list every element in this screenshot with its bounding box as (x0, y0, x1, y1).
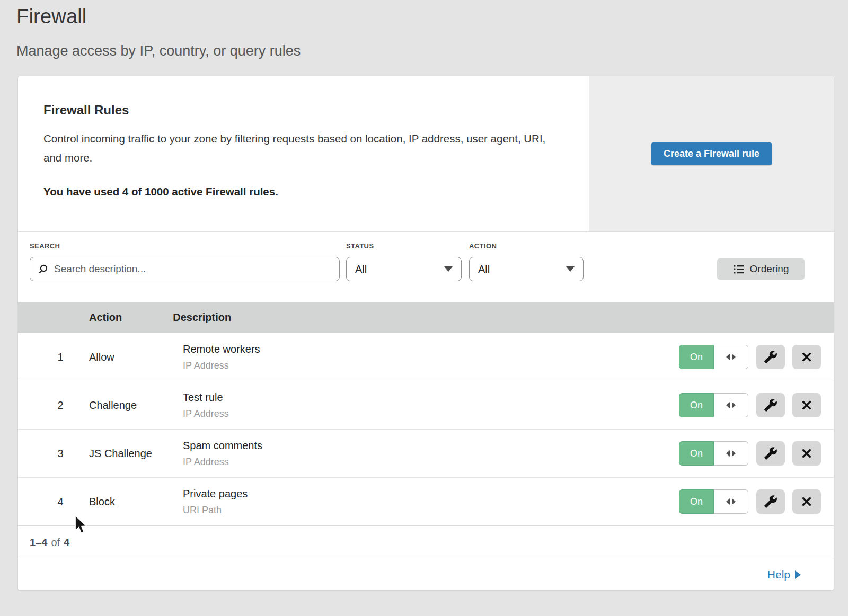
rule-action: Challenge (89, 399, 183, 412)
delete-rule-button[interactable] (792, 489, 821, 514)
arrow-right-icon (732, 402, 736, 408)
delete-rule-button[interactable] (792, 441, 821, 466)
page-title: Firewall (16, 5, 848, 28)
rule-action: Allow (89, 351, 183, 363)
table-row: 2 Challenge Test rule IP Address On (18, 381, 834, 429)
status-label: STATUS (346, 242, 374, 250)
pagination-of: of (51, 537, 60, 549)
table-row: 3 JS Challenge Spam comments IP Address … (18, 429, 834, 477)
usage-note: You have used 4 of 1000 active Firewall … (43, 185, 557, 198)
arrow-left-icon (726, 450, 730, 457)
edit-rule-button[interactable] (756, 489, 785, 514)
create-rule-panel: Create a Firewall rule (589, 76, 834, 231)
pagination-total: 4 (64, 537, 69, 549)
arrow-left-icon (726, 354, 730, 360)
help-row: Help (18, 559, 834, 590)
action-label: ACTION (469, 242, 497, 250)
rule-controls: On (679, 441, 821, 466)
search-label: SEARCH (30, 242, 60, 250)
chevron-down-icon (566, 266, 575, 272)
ordered-list-icon (733, 264, 745, 274)
search-box[interactable] (30, 257, 340, 281)
table-row: 1 Allow Remote workers IP Address On (18, 333, 834, 381)
toggle-handle (714, 393, 748, 417)
wrench-icon (764, 350, 778, 364)
arrow-left-icon (726, 498, 730, 505)
card-top-section: Firewall Rules Control incoming traffic … (18, 76, 834, 232)
delete-rule-button[interactable] (792, 393, 821, 417)
close-icon (800, 351, 813, 363)
rule-action: JS Challenge (89, 448, 183, 460)
ordering-button[interactable]: Ordering (717, 258, 805, 280)
help-link[interactable]: Help (767, 568, 801, 581)
wrench-icon (764, 398, 778, 412)
rule-controls: On (679, 489, 821, 514)
section-heading: Firewall Rules (43, 103, 557, 118)
rule-priority: 1 (32, 351, 89, 363)
firewall-rules-card: Firewall Rules Control incoming traffic … (17, 76, 834, 591)
table-header: Action Description (18, 302, 834, 333)
toggle-handle (714, 345, 748, 369)
rule-controls: On (679, 345, 821, 369)
rule-priority: 4 (32, 496, 89, 508)
search-input[interactable] (54, 263, 332, 275)
rule-action: Block (89, 496, 183, 508)
rule-enabled-toggle[interactable]: On (679, 441, 748, 466)
filters-bar: SEARCH STATUS ACTION All All (18, 232, 834, 302)
edit-rule-button[interactable] (756, 345, 785, 369)
pagination-range: 1–4 (30, 537, 47, 549)
pagination: 1–4 of 4 (18, 525, 834, 559)
toggle-handle (714, 441, 748, 466)
column-header-description: Description (173, 311, 231, 324)
toggle-handle (714, 489, 748, 514)
toggle-on-segment: On (679, 345, 714, 369)
status-select[interactable]: All (346, 257, 462, 281)
page-header: Firewall Manage access by IP, country, o… (0, 0, 848, 59)
toggle-on-segment: On (679, 393, 714, 417)
chevron-down-icon (444, 266, 453, 272)
arrow-right-icon (732, 354, 736, 360)
wrench-icon (764, 447, 778, 460)
rule-priority: 3 (32, 448, 89, 460)
firewall-rules-info: Firewall Rules Control incoming traffic … (18, 76, 589, 231)
action-select[interactable]: All (469, 257, 584, 281)
table-row: 4 Block Private pages URI Path On (18, 477, 834, 525)
action-select-value: All (478, 263, 490, 275)
rule-enabled-toggle[interactable]: On (679, 489, 748, 514)
help-link-label: Help (767, 568, 790, 581)
wrench-icon (764, 495, 778, 508)
rule-priority: 2 (32, 399, 89, 412)
rule-enabled-toggle[interactable]: On (679, 393, 748, 417)
arrow-right-icon (732, 450, 736, 457)
column-header-action: Action (89, 311, 122, 324)
search-icon (38, 264, 49, 275)
toggle-on-segment: On (679, 489, 714, 514)
status-select-value: All (355, 263, 367, 275)
toggle-on-segment: On (679, 441, 714, 466)
close-icon (800, 495, 813, 508)
arrow-left-icon (726, 402, 730, 408)
edit-rule-button[interactable] (756, 441, 785, 466)
section-description: Control incoming traffic to your zone by… (43, 129, 552, 167)
page-subtitle: Manage access by IP, country, or query r… (16, 43, 848, 59)
ordering-button-label: Ordering (750, 263, 789, 275)
rule-controls: On (679, 393, 821, 417)
rule-enabled-toggle[interactable]: On (679, 345, 748, 369)
arrow-right-icon (732, 498, 736, 505)
arrow-right-icon (795, 570, 801, 579)
create-firewall-rule-button[interactable]: Create a Firewall rule (651, 142, 772, 165)
close-icon (800, 399, 813, 412)
delete-rule-button[interactable] (792, 345, 821, 369)
close-icon (800, 447, 813, 460)
edit-rule-button[interactable] (756, 393, 785, 417)
